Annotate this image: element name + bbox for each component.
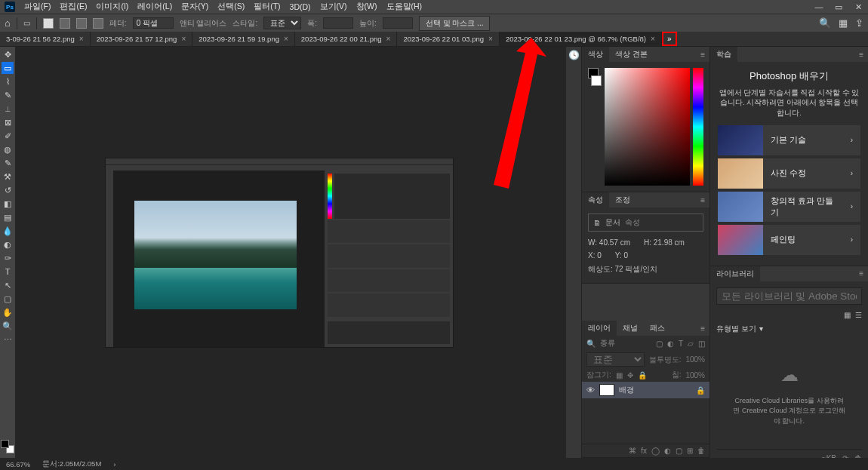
fx-icon[interactable]: fx	[641, 447, 647, 455]
learn-item-painting[interactable]: 페인팅 ›	[718, 225, 860, 255]
type-tool[interactable]: T	[2, 266, 14, 278]
library-search-input[interactable]	[716, 287, 862, 305]
selection-new[interactable]	[43, 18, 54, 29]
filter-smart-icon[interactable]: ◫	[698, 339, 705, 348]
pen-tool[interactable]: ✑	[2, 252, 14, 264]
grid-view-icon[interactable]: ▦	[844, 311, 851, 319]
blur-tool[interactable]: 💧	[2, 225, 14, 237]
menu-select[interactable]: 선택(S)	[217, 2, 245, 12]
stamp-tool[interactable]: ⚒	[2, 170, 14, 183]
close-icon[interactable]: ×	[181, 35, 186, 43]
zoom-level[interactable]: 66.67%	[6, 460, 30, 468]
visibility-icon[interactable]: 👁	[586, 386, 595, 395]
learn-item-basics[interactable]: 기본 기술 ›	[718, 125, 860, 155]
crop-tool[interactable]: ⟂	[2, 103, 14, 115]
layer-thumbnail[interactable]	[599, 384, 614, 396]
adjustment-icon[interactable]: ◐	[664, 447, 671, 455]
frame-tool[interactable]: ⊠	[2, 116, 14, 128]
minimize-button[interactable]: —	[814, 2, 824, 11]
new-layer-icon[interactable]: ⊞	[687, 447, 693, 455]
healing-tool[interactable]: ◍	[2, 143, 14, 155]
move-tool[interactable]: ✥	[2, 48, 14, 60]
close-icon[interactable]: ×	[386, 35, 391, 43]
search-icon[interactable]: 🔍	[819, 17, 831, 29]
feather-input[interactable]	[133, 17, 174, 29]
close-icon[interactable]: ×	[651, 35, 655, 43]
history-panel-icon[interactable]: 🕓	[568, 50, 580, 60]
select-and-mask-button[interactable]: 선택 및 마스크 ...	[419, 16, 491, 31]
home-icon[interactable]: ⌂	[5, 17, 11, 29]
lock-all-icon[interactable]: 🔒	[638, 371, 647, 379]
hue-slider[interactable]	[693, 68, 703, 186]
edit-toolbar[interactable]: ⋯	[2, 333, 14, 346]
panel-menu-icon[interactable]: ≡	[854, 51, 868, 59]
panel-menu-icon[interactable]: ≡	[696, 196, 709, 204]
close-icon[interactable]: ×	[284, 35, 288, 43]
view-by-type-label[interactable]: 유형별 보기	[716, 324, 756, 334]
menu-window[interactable]: 창(W)	[356, 2, 377, 12]
menu-edit[interactable]: 편집(E)	[60, 2, 87, 12]
menu-view[interactable]: 보기(V)	[320, 2, 347, 12]
tab-libraries[interactable]: 라이브러리	[710, 266, 760, 281]
brush-tool[interactable]: ✎	[2, 157, 14, 169]
share-icon[interactable]: ⇪	[855, 17, 863, 29]
tab-learn[interactable]: 학습	[710, 47, 737, 62]
panel-bg-color[interactable]	[591, 75, 602, 86]
tab-layers[interactable]: 레이어	[582, 321, 617, 336]
tab-overflow-button[interactable]: »	[662, 32, 677, 46]
width-input[interactable]	[323, 17, 353, 29]
tab-paths[interactable]: 패스	[644, 321, 671, 336]
close-icon[interactable]: ×	[488, 35, 493, 43]
menu-image[interactable]: 이미지(I)	[96, 2, 128, 12]
menu-help[interactable]: 도움말(H)	[386, 2, 423, 12]
doc-tab-1[interactable]: 2023-09-26 21 57 12.png×	[91, 32, 193, 46]
doc-tab-3[interactable]: 2023-09-26 22 00 21.png×	[295, 32, 398, 46]
panel-menu-icon[interactable]: ≡	[854, 269, 868, 278]
filter-adjust-icon[interactable]: ◐	[667, 339, 674, 348]
quick-select-tool[interactable]: ✎	[2, 89, 14, 101]
close-icon[interactable]: ×	[79, 35, 84, 43]
color-field[interactable]	[605, 68, 690, 186]
group-icon[interactable]: ▢	[676, 447, 682, 455]
tab-swatches[interactable]: 색상 견본	[609, 47, 654, 62]
panel-menu-icon[interactable]: ≡	[696, 51, 709, 59]
menu-type[interactable]: 문자(Y)	[181, 2, 208, 12]
history-brush-tool[interactable]: ↺	[2, 184, 14, 196]
tab-adjustments[interactable]: 조정	[609, 192, 636, 207]
workspace-icon[interactable]: ▦	[839, 17, 848, 29]
eyedropper-tool[interactable]: ✐	[2, 130, 14, 142]
doc-tab-4[interactable]: 2023-09-26 22 01 03.png×	[397, 32, 500, 46]
delete-icon[interactable]: 🗑	[697, 447, 705, 455]
color-swatches[interactable]	[1, 440, 14, 453]
height-input[interactable]	[383, 17, 413, 29]
gradient-tool[interactable]: ▤	[2, 211, 14, 223]
hand-tool[interactable]: ✋	[2, 306, 14, 318]
menu-3d[interactable]: 3D(D)	[290, 2, 311, 11]
doc-tab-5[interactable]: 2023-09-26 22 01 23.png @ 66.7% (RGB/8)×	[500, 32, 662, 46]
menu-file[interactable]: 파일(F)	[24, 2, 51, 12]
selection-subtract[interactable]	[76, 18, 87, 29]
canvas-area[interactable]	[15, 47, 566, 458]
filter-image-icon[interactable]: ▢	[656, 339, 663, 348]
path-select-tool[interactable]: ↖	[2, 279, 14, 291]
selection-intersect[interactable]	[93, 18, 103, 29]
list-view-icon[interactable]: ☰	[855, 311, 862, 319]
menu-filter[interactable]: 필터(T)	[254, 2, 280, 12]
lock-position-icon[interactable]: ✥	[627, 371, 633, 379]
foreground-color[interactable]	[1, 440, 9, 448]
mask-icon[interactable]: ◯	[651, 447, 660, 455]
menu-layer[interactable]: 레이어(L)	[137, 2, 172, 12]
style-select[interactable]: 표준	[263, 17, 301, 29]
lasso-tool[interactable]: ⌇	[2, 75, 14, 88]
eraser-tool[interactable]: ◧	[2, 198, 14, 210]
tab-channels[interactable]: 채널	[617, 321, 644, 336]
close-button[interactable]: ✕	[853, 2, 863, 12]
filter-shape-icon[interactable]: ▱	[688, 339, 694, 348]
filter-type-icon[interactable]: T	[679, 339, 683, 348]
doc-tab-0[interactable]: 3-09-26 21 56 22.png×	[0, 32, 91, 46]
blend-mode-select[interactable]: 표준	[586, 352, 645, 367]
layer-row-background[interactable]: 👁 배경 🔒	[582, 382, 709, 398]
panel-menu-icon[interactable]: ≡	[696, 324, 709, 333]
learn-item-creative[interactable]: 창의적 효과 만들기 ›	[718, 192, 860, 222]
maximize-button[interactable]: ▭	[833, 2, 844, 12]
